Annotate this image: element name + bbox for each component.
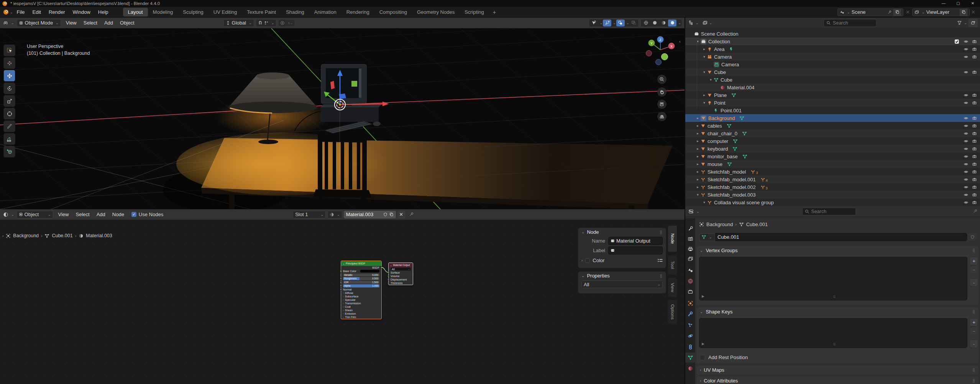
- viewport-menu-add[interactable]: Add: [101, 19, 117, 27]
- vertex-groups-list[interactable]: ▶ ⠿: [699, 257, 967, 300]
- color-checkbox[interactable]: [585, 258, 590, 263]
- hide-viewport-eye-icon[interactable]: [964, 93, 969, 98]
- hide-viewport-eye-icon[interactable]: [964, 146, 969, 151]
- workspace-tab-scripting[interactable]: Scripting: [460, 8, 489, 16]
- workspace-tab-layout[interactable]: Layout: [123, 8, 148, 16]
- outliner-row[interactable]: ▾Sketchfab_model.003: [685, 191, 980, 199]
- properties-filter-dropdown[interactable]: All⌄: [581, 281, 663, 288]
- gizmos-toggle[interactable]: [603, 20, 611, 26]
- expand-arrow[interactable]: ▾: [695, 193, 701, 197]
- properties-search[interactable]: [802, 208, 856, 215]
- shape-keys-list[interactable]: ▶ ⠿: [699, 318, 967, 348]
- workspace-tab-geometry-nodes[interactable]: Geometry Nodes: [412, 8, 460, 16]
- mesh-name[interactable]: Cube.001: [717, 234, 739, 240]
- shader-canvas[interactable]: › Background › Cube.001 › Material.003 ⌄…: [0, 220, 685, 384]
- properties-tab-material[interactable]: [685, 363, 695, 373]
- list-drag-dots[interactable]: ⠿: [833, 343, 836, 346]
- new-material-copy-icon[interactable]: [389, 212, 394, 217]
- tool-transform-button[interactable]: [3, 108, 15, 120]
- outliner-item-label[interactable]: keyboard: [708, 146, 728, 152]
- disable-render-camera-icon[interactable]: [972, 54, 977, 59]
- vertex-group-specials-button[interactable]: ⌄: [970, 278, 978, 287]
- disable-render-camera-icon[interactable]: [972, 93, 977, 98]
- unlink-material-button[interactable]: ✕: [397, 211, 405, 218]
- material-name[interactable]: Material.003: [346, 212, 381, 217]
- menu-render[interactable]: Render: [45, 8, 69, 16]
- outliner-item-label[interactable]: chair_chair_0: [708, 131, 737, 136]
- node-title[interactable]: ⌄Principled BSDF: [341, 261, 381, 266]
- outliner-row[interactable]: ▾Point: [685, 99, 980, 107]
- tool-scale-button[interactable]: [3, 95, 15, 107]
- outliner-item-label[interactable]: Collection: [708, 39, 730, 44]
- outliner-item-label[interactable]: Sketchfab_model.001: [708, 177, 756, 182]
- outliner-search-input[interactable]: [833, 20, 871, 26]
- outliner-item-label[interactable]: Camera: [714, 54, 732, 60]
- outliner-search[interactable]: [824, 19, 877, 27]
- outliner-item-label[interactable]: Sketchfab_model.003: [708, 192, 756, 198]
- outliner-item-label[interactable]: Collada visual scene group: [714, 200, 774, 205]
- menu-file[interactable]: File: [13, 8, 29, 16]
- workspace-tab-animation[interactable]: Animation: [309, 8, 341, 16]
- menu-edit[interactable]: Edit: [29, 8, 45, 16]
- outliner-filter-dropdown[interactable]: ⌄: [957, 20, 967, 25]
- disable-render-camera-icon[interactable]: [972, 162, 977, 167]
- shape-keys-header[interactable]: ⌄Shape Keys⣿: [697, 307, 978, 316]
- camera-view-button[interactable]: [657, 100, 666, 109]
- outliner-item-label[interactable]: Scene Collection: [701, 31, 739, 37]
- expand-arrow[interactable]: ▾: [701, 101, 707, 105]
- shape-key-specials-button[interactable]: ⌄: [970, 340, 978, 348]
- outliner-item-label[interactable]: Sketchfab_model.002: [708, 184, 756, 190]
- expand-arrow[interactable]: ▸: [695, 131, 701, 135]
- hide-viewport-eye-icon[interactable]: [964, 169, 969, 174]
- new-collection-button[interactable]: [969, 19, 978, 27]
- workspace-tab-modeling[interactable]: Modeling: [148, 8, 178, 16]
- outliner-row[interactable]: Scene Collection: [685, 30, 980, 38]
- menu-help[interactable]: Help: [94, 8, 112, 16]
- disable-render-camera-icon[interactable]: [972, 100, 977, 105]
- shading-material-button[interactable]: [659, 20, 668, 26]
- close-button[interactable]: ✕: [965, 0, 980, 7]
- pin-icon[interactable]: [973, 209, 978, 214]
- outliner-item-label[interactable]: Cube: [714, 69, 726, 75]
- outliner-row[interactable]: ▾Collada visual scene group: [685, 199, 980, 206]
- shading-rendered-button[interactable]: [668, 20, 676, 26]
- node-input-base-color[interactable]: Base Color: [341, 269, 381, 273]
- pan-button[interactable]: [657, 87, 666, 97]
- outliner-item-label[interactable]: computer: [708, 138, 728, 144]
- npanel-tab-node[interactable]: Node: [668, 225, 677, 252]
- scene-name[interactable]: Scene: [852, 9, 886, 15]
- outliner-row[interactable]: ▸Sketchfab_model.0014: [685, 176, 980, 183]
- viewport-menu-select[interactable]: Select: [80, 19, 101, 27]
- breadcrumb-mesh[interactable]: Cube.001: [52, 233, 72, 238]
- hide-viewport-eye-icon[interactable]: [964, 54, 969, 59]
- outliner-row[interactable]: ▸keyboard: [685, 145, 980, 153]
- disable-render-camera-icon[interactable]: [972, 146, 977, 151]
- outliner-item-label[interactable]: Area: [714, 46, 724, 52]
- node-slider-roughness[interactable]: Roughness0.500: [341, 277, 381, 281]
- hide-viewport-eye-icon[interactable]: [964, 123, 969, 128]
- disable-render-camera-icon[interactable]: [972, 39, 977, 44]
- breadcrumb-object[interactable]: Background: [706, 222, 733, 227]
- hide-viewport-eye-icon[interactable]: [964, 39, 969, 44]
- outliner-item-label[interactable]: Background: [708, 115, 735, 121]
- properties-tab-physics[interactable]: [685, 331, 695, 341]
- node-input-thickness[interactable]: Thickness: [389, 281, 413, 285]
- material-name-field[interactable]: Material.003: [344, 211, 396, 218]
- expand-arrow[interactable]: ▸: [695, 154, 701, 158]
- sidebar-collapse-arrow[interactable]: ‹: [679, 39, 681, 44]
- expand-arrow[interactable]: ▸: [695, 147, 701, 151]
- properties-tab-tool[interactable]: [685, 223, 695, 233]
- expand-arrow[interactable]: ▸: [695, 162, 701, 166]
- outliner-row[interactable]: ▸Area: [685, 45, 980, 53]
- outliner-item-label[interactable]: monitor_base: [708, 154, 738, 159]
- list-resize-grip[interactable]: ▶: [702, 342, 704, 346]
- shading-wireframe-button[interactable]: [642, 20, 650, 26]
- proportional-editing[interactable]: ∧⌄: [278, 19, 295, 27]
- list-resize-grip[interactable]: ▶: [702, 294, 704, 298]
- disable-render-camera-icon[interactable]: [972, 177, 977, 182]
- expand-arrow[interactable]: ▾: [701, 55, 707, 59]
- hide-viewport-eye-icon[interactable]: [964, 200, 969, 205]
- properties-panel-header[interactable]: ⌄Properties⣿: [578, 272, 666, 280]
- node-section-thin-film[interactable]: ›Thin Film: [341, 315, 381, 319]
- outliner-display-mode-dropdown[interactable]: ⌄: [688, 20, 700, 25]
